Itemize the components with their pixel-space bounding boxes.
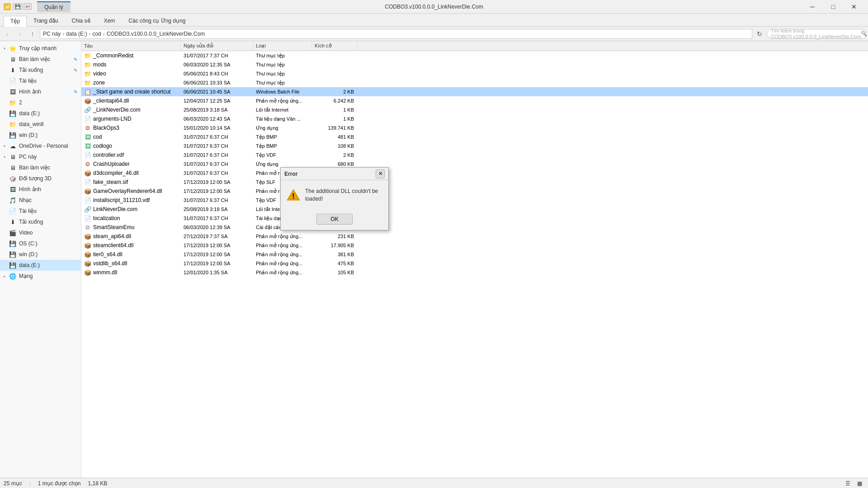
file-row[interactable]: 📁 zone 06/06/2021 10:33 SA Thư mục tệp [81,78,868,87]
file-row[interactable]: 📦 _clientapi64.dll 12/04/2017 12:25 SA P… [81,96,868,105]
file-type-icon: 📦 [84,233,91,240]
breadcrumb-cod[interactable]: cod [92,31,101,37]
save-quick-btn[interactable]: 💾 [13,3,23,10]
expand-icon4: ▸ [4,274,5,278]
sidebar-item-pictures[interactable]: 🖼 Hình ảnh ✎ [0,86,81,97]
minimize-button[interactable]: ─ [802,0,823,14]
sidebar-item-win-d2[interactable]: 💾 win (D:) [0,249,81,260]
file-row[interactable]: ⚙ BlackOps3 15/01/2020 10:14 SA Ứng dụng… [81,123,868,132]
col-header-date[interactable]: Ngày sửa đổi [181,41,253,51]
close-button[interactable]: ✕ [844,0,864,14]
up-button[interactable]: ↑ [27,28,38,39]
breadcrumb-folder[interactable]: CODBO3.v100.0.0.0_LinkNeverDie.Com [107,31,205,37]
win-d2-icon: 💾 [9,251,16,258]
sidebar-item-onedrive[interactable]: ▾ ☁ OneDrive - Personal [0,141,81,151]
dialog-close-button[interactable]: ✕ [376,169,385,178]
tab-cong-cu[interactable]: Các công cụ Ứng dụng [122,15,192,26]
detail-view-btn[interactable]: ▦ [854,479,864,488]
refresh-button[interactable]: ↻ [754,28,765,39]
sep2: › [89,31,90,37]
file-row[interactable]: 📄 controller.vdf 31/07/2017 6:37 CH Tệp … [81,150,868,160]
file-name: SmartSteamEmu [93,224,134,230]
forward-button[interactable]: › [14,28,25,39]
address-path[interactable]: PC này › data (E:) › cod › CODBO3.v100.0… [40,29,752,39]
col-header-type[interactable]: Loại [253,41,312,51]
undo-quick-btn[interactable]: ↩ [24,3,32,10]
restore-button[interactable]: □ [823,0,844,14]
sidebar-item-music[interactable]: 🎵 Nhạc [0,195,81,206]
sidebar-item-desktop2[interactable]: 🖥 Bàn làm việc [0,162,81,173]
sidebar-item-docs[interactable]: 📄 Tài liệu [0,75,81,86]
back-button[interactable]: ‹ [2,28,13,39]
address-bar: ‹ › ↑ PC này › data (E:) › cod › CODBO3.… [0,27,868,41]
data-e2-icon: 💾 [9,262,16,269]
file-row[interactable]: 📁 video 05/06/2021 8:43 CH Thư mục tệp [81,69,868,78]
sidebar-item-data-win8[interactable]: 📁 data_win8 [0,119,81,130]
file-row[interactable]: 📁 _CommonRedist 31/07/2017 7:37 CH Thư m… [81,51,868,60]
file-row[interactable]: 📦 d3dcompiler_46.dll 31/07/2017 6:37 CH … [81,169,868,178]
sidebar-item-data-e[interactable]: 💾 data (E:) [0,108,81,119]
file-row[interactable]: 📦 winmm.dll 12/01/2020 1:35 SA Phần mở r… [81,268,868,277]
breadcrumb-data-e[interactable]: data (E:) [66,31,87,37]
dialog-ok-button[interactable]: OK [316,214,353,225]
file-row[interactable]: 🖼 codlogo 31/07/2017 6:37 CH Tệp BMP 108… [81,141,868,150]
desktop-label: Bàn làm việc [19,56,50,62]
search-icon: 🔍 [861,31,867,37]
sidebar-item-download[interactable]: ⬇ Tải xuống ✎ [0,65,81,75]
file-row[interactable]: 📁 mods 06/03/2020 12:35 SA Thư mục tệp [81,60,868,69]
list-view-btn[interactable]: ☰ [843,479,853,488]
file-row[interactable]: ⚙ CrashUploader 31/07/2017 6:37 CH Ứng d… [81,160,868,169]
file-date-cell: 31/07/2017 6:37 CH [181,196,253,205]
window-title: CODBO3.v100.0.0.0_LinkNeverDie.Com [385,4,483,10]
file-type-cell: Thư mục tệp [253,60,312,69]
sidebar-item-docs2[interactable]: 📄 Tài liệu [0,206,81,216]
file-name-cell: 📦 d3dcompiler_46.dll [81,169,181,178]
file-row[interactable]: 📄 installscript_311210.vdf 31/07/2017 6:… [81,196,868,205]
sidebar-item-2[interactable]: 📁 2 [0,97,81,108]
search-box[interactable]: Tìm kiếm trong CODBO3.v100.0.0.0_LinkNev… [767,29,866,39]
file-row[interactable]: 🔗 LinkNeverDie.com 25/08/2019 3:18 SA Lố… [81,205,868,214]
sidebar-item-os-c[interactable]: 💾 OS (C:) [0,238,81,249]
svg-text:!: ! [292,192,294,200]
file-row[interactable]: 📦 tier0_s64.dll 17/12/2019 12:00 SA Phần… [81,250,868,259]
sidebar-item-data-e2[interactable]: 💾 data (E:) [0,260,81,271]
sidebar-item-quick-access[interactable]: ▾ ⭐ Truy cập nhanh [0,43,81,54]
sidebar-item-download2[interactable]: ⬇ Tải xuống [0,216,81,227]
file-row[interactable]: 🔗 _LinkNeverDie.com 25/08/2019 3:18 SA L… [81,105,868,114]
col-header-name[interactable]: Tên [81,41,181,51]
file-row[interactable]: 📦 vstdlib_s64.dll 17/12/2019 12:00 SA Ph… [81,259,868,268]
file-name-cell: ⚙ SmartSteamEmu [81,223,181,232]
file-row[interactable]: 📦 steam_api64.dll 27/12/2019 7:37 SA Phầ… [81,232,868,241]
file-row[interactable]: 📄 fake_steam.slf 17/12/2019 12:00 SA Tệp… [81,178,868,187]
file-type-icon: 📁 [84,70,91,77]
file-row[interactable]: 📦 steamclient64.dll 17/12/2019 12:00 SA … [81,241,868,250]
sidebar-item-3d[interactable]: 🎲 Đối tượng 3D [0,173,81,184]
tab-chia-se[interactable]: Chia sẻ [65,15,97,26]
file-type-cell: Tệp VDF [253,150,312,160]
file-row[interactable]: 📋 _Start game and create shortcut 06/06/… [81,87,868,96]
tab-xem[interactable]: Xem [97,15,122,26]
file-row[interactable]: 📄 localization 31/07/2017 6:37 CH Tài li… [81,214,868,223]
file-type-icon: 📦 [84,97,91,104]
sidebar-item-thispc[interactable]: ▾ 🖥 PC này [0,151,81,162]
sidebar-item-desktop[interactable]: 🖥 Bàn làm việc ✎ [0,54,81,65]
sidebar-item-win-d[interactable]: 💾 win (D:) [0,130,81,141]
file-type-cell: Phần mở rộng ứng... [253,241,312,250]
music-label: Nhạc [19,197,32,203]
tab-trang-dau[interactable]: Trang đầu [27,15,65,26]
tab-tep[interactable]: Tệp [4,16,27,27]
file-row[interactable]: 📦 GameOverlayRenderer64.dll 17/12/2019 1… [81,187,868,196]
col-header-size[interactable]: Kích cỡ [312,41,357,51]
file-row[interactable]: 📄 arguments-LND 06/03/2020 12:43 SA Tài … [81,114,868,123]
file-row[interactable]: 🖼 cod 31/07/2017 6:37 CH Tệp BMP 481 KB [81,132,868,141]
file-size-cell: 2 KB [312,150,357,160]
sidebar-item-pictures2[interactable]: 🖼 Hình ảnh [0,184,81,195]
sidebar-item-video[interactable]: 🎬 Video [0,227,81,238]
breadcrumb-pc[interactable]: PC này [43,31,61,37]
file-date-cell: 06/03/2020 12:35 SA [181,60,253,69]
ribbon-active-tab[interactable]: Quản lý [37,1,71,12]
file-row[interactable]: ⚙ SmartSteamEmu 06/03/2020 12:39 SA Cài … [81,223,868,232]
file-type-cell: Tệp BMP [253,141,312,150]
music-icon: 🎵 [9,197,16,204]
sidebar-item-network[interactable]: ▸ 🌐 Mạng [0,271,81,282]
